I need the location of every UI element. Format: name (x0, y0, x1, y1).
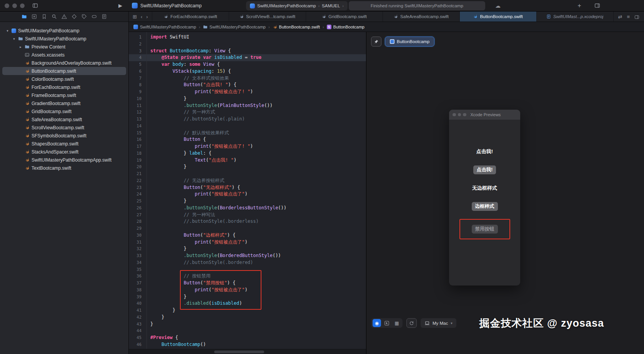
line-number[interactable]: 35 (129, 266, 146, 273)
disclosure-chevron-icon[interactable]: ▾ (12, 37, 16, 41)
line-number[interactable]: 12 (129, 109, 146, 116)
minimize-window-button[interactable] (12, 3, 17, 8)
preview-tab[interactable]: ButtonBootcamp (385, 37, 434, 47)
scheme-selector[interactable]: SwiftUIMasteryPathBootcamp › SAMUEL › (246, 1, 348, 10)
file-tree-item[interactable]: ColorBootcamp.swift (2, 75, 126, 83)
find-navigator-icon[interactable] (52, 14, 57, 19)
swap-editor-icon[interactable]: ⇄ (618, 14, 622, 20)
tab-SwiftUIMast...p.xcodeproj[interactable]: SwiftUIMast...p.xcodeproj (537, 12, 614, 22)
line-number[interactable]: 42 (129, 314, 146, 321)
preview-button[interactable]: 边框样式 (472, 202, 498, 211)
file-tree-item[interactable]: ScrollViewBootcamp.swift (2, 124, 126, 132)
breadcrumb-item[interactable]: SwiftUIMasteryPathBootcamp (133, 25, 196, 29)
line-number[interactable]: 24 (129, 191, 146, 198)
line-number[interactable]: 15 (129, 130, 146, 137)
close-window-button[interactable] (5, 3, 9, 8)
line-number[interactable]: 34 (129, 259, 146, 266)
tab-ScrollViewB...tcamp.swift[interactable]: ScrollViewB...tcamp.swift (229, 12, 306, 22)
line-number[interactable]: 8 (129, 82, 146, 88)
line-number[interactable]: 27 (129, 212, 146, 219)
line-number[interactable]: 40 (129, 300, 146, 307)
zoom-window-button[interactable] (20, 3, 25, 8)
file-tree-item[interactable]: ShapesBootcamp.swift (2, 140, 126, 148)
variants-mode-icon[interactable]: ▦ (393, 319, 401, 327)
file-tree-item[interactable]: SafeAreaBootcamp.swift (2, 115, 126, 124)
breadcrumb-item[interactable]: ButtonBootcamp.swift (273, 25, 320, 29)
line-number[interactable]: 45 (129, 334, 146, 341)
tab-ForEachBootcamp.swift[interactable]: ForEachBootcamp.swift (152, 12, 229, 22)
line-number[interactable]: 33 (129, 252, 146, 259)
line-number[interactable]: 2 (129, 41, 146, 48)
project-navigator-icon[interactable] (22, 14, 27, 19)
line-number[interactable]: 18 (129, 150, 146, 157)
breadcrumb-item[interactable]: SwiftUIMasteryPathBootcamp (203, 25, 266, 29)
line-number[interactable]: 3 (129, 48, 146, 55)
file-tree-item[interactable]: SwiftUIMasteryPathBootcampApp.swift (2, 156, 126, 164)
line-number[interactable]: 37 (129, 280, 146, 287)
bookmark-navigator-icon[interactable] (42, 14, 47, 19)
disclosure-chevron-icon[interactable]: ▸ (18, 45, 23, 49)
file-tree-item[interactable]: TextBootcamp.swift (2, 164, 126, 172)
line-number[interactable]: 44 (129, 327, 146, 334)
line-number[interactable]: 21 (129, 170, 146, 177)
file-tree-item[interactable]: Assets.xcassets (2, 51, 126, 59)
line-number[interactable]: 13 (129, 116, 146, 123)
line-number[interactable]: 16 (129, 136, 146, 143)
scrollbar-thumb[interactable] (214, 351, 264, 353)
file-tree-item[interactable]: FrameBootcamp.swift (2, 91, 126, 99)
go-back-icon[interactable]: ‹ (141, 14, 142, 20)
line-number[interactable]: 10 (129, 95, 146, 102)
line-number[interactable]: 6 (129, 68, 146, 75)
add-editor-button[interactable]: + (574, 2, 584, 10)
horizontal-scrollbar[interactable] (129, 349, 366, 354)
device-selector[interactable]: My Mac ▾ (421, 318, 456, 328)
line-number[interactable]: 28 (129, 218, 146, 225)
file-tree-item[interactable]: ButtonBootcamp.swift (2, 67, 126, 75)
toggle-inspector-icon[interactable] (592, 2, 602, 10)
line-number[interactable]: 19 (129, 157, 146, 164)
file-tree-item[interactable]: ▸Preview Content (2, 43, 126, 51)
file-tree-item[interactable]: ▾SwiftUIMasteryPathBootcamp (2, 35, 126, 43)
debug-navigator-icon[interactable] (82, 14, 87, 19)
editor-options-icon[interactable] (634, 13, 639, 19)
test-navigator-icon[interactable] (72, 14, 77, 19)
line-number[interactable]: 41 (129, 307, 146, 314)
preview-button[interactable]: 禁用按钮 (472, 225, 498, 234)
tab-ButtonBootcamp.swift[interactable]: ButtonBootcamp.swift (460, 12, 537, 22)
line-number[interactable]: 30 (129, 232, 146, 239)
line-number[interactable]: 4 (129, 54, 146, 61)
cloud-status-icon[interactable]: ☁ (493, 2, 503, 10)
disclosure-chevron-icon[interactable]: ▾ (5, 29, 10, 33)
run-button[interactable]: ▶ (115, 2, 125, 10)
preview-zoom-button[interactable] (463, 113, 466, 117)
toggle-navigator-icon[interactable] (30, 2, 40, 10)
line-number[interactable]: 7 (129, 75, 146, 82)
preview-close-button[interactable] (453, 113, 456, 117)
line-number[interactable]: 11 (129, 102, 146, 109)
status-text[interactable]: Finished running SwiftUIMasteryPathBootc… (349, 1, 485, 10)
source-control-navigator-icon[interactable] (32, 14, 37, 19)
line-number[interactable]: 20 (129, 164, 146, 170)
line-number[interactable]: 1 (129, 34, 146, 41)
breadcrumb-item[interactable]: SButtonBootcamp (327, 25, 364, 29)
line-number[interactable]: 36 (129, 273, 146, 280)
line-number[interactable]: 29 (129, 225, 146, 232)
selectable-mode-icon[interactable] (383, 319, 391, 327)
preview-minimize-button[interactable] (458, 113, 461, 117)
code-editor[interactable]: 1import SwiftUI23struct ButtonBootcamp: … (129, 32, 366, 354)
file-tree-item[interactable]: GridBootcamp.swift (2, 107, 126, 115)
file-tree-item[interactable]: SFSymbolsBootcamp.swift (2, 132, 126, 140)
line-number[interactable]: 32 (129, 245, 146, 252)
line-number[interactable]: 9 (129, 88, 146, 95)
pin-preview-button[interactable] (371, 37, 381, 47)
file-tree-item[interactable]: ForEachBootcamp.swift (2, 83, 126, 91)
breakpoint-navigator-icon[interactable] (92, 14, 97, 19)
tab-GridBootcamp.swift[interactable]: GridBootcamp.swift (306, 12, 383, 22)
issue-navigator-icon[interactable] (62, 14, 67, 19)
line-number[interactable]: 25 (129, 198, 146, 205)
line-number[interactable]: 43 (129, 321, 146, 328)
preview-button[interactable]: 点击我! (473, 165, 496, 174)
line-number[interactable]: 46 (129, 341, 146, 348)
line-number[interactable]: 31 (129, 239, 146, 246)
device-settings-icon[interactable] (406, 318, 417, 328)
